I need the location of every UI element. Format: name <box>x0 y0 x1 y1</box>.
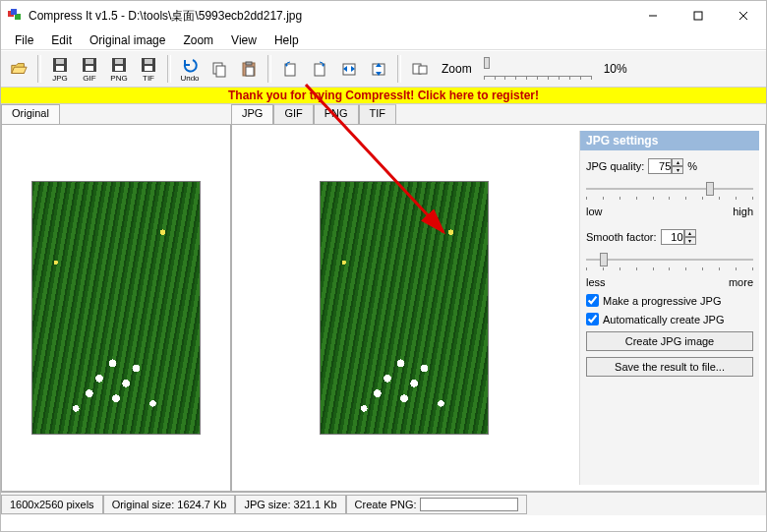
floppy-icon <box>81 56 98 74</box>
floppy-icon <box>110 56 128 74</box>
tab-png[interactable]: PNG <box>314 104 359 124</box>
smooth-spinner[interactable]: ▴▾ <box>661 229 696 245</box>
quality-slider-thumb[interactable] <box>706 182 714 196</box>
quality-unit: % <box>687 160 697 172</box>
toolbar-tif-label: TIF <box>143 75 154 83</box>
create-jpg-button[interactable]: Create JPG image <box>586 331 753 351</box>
quality-up[interactable]: ▴ <box>672 158 683 166</box>
progressive-checkbox[interactable]: Make a progressive JPG <box>586 294 753 307</box>
folder-open-icon <box>10 60 28 78</box>
quality-input[interactable] <box>648 158 672 174</box>
resize-button[interactable] <box>406 53 434 85</box>
status-dimensions: 1600x2560 pixels <box>1 495 103 514</box>
menu-file[interactable]: File <box>7 31 41 49</box>
status-bar: 1600x2560 pixels Original size: 1624.7 K… <box>1 492 766 515</box>
smooth-down[interactable]: ▾ <box>684 237 696 245</box>
tab-gif[interactable]: GIF <box>273 104 313 124</box>
svg-rect-23 <box>246 67 254 76</box>
svg-rect-17 <box>145 59 152 64</box>
menu-edit[interactable]: Edit <box>43 31 80 49</box>
copy-icon <box>210 60 228 78</box>
toolbar-gif-label: GIF <box>83 75 95 83</box>
result-pane: JPG GIF PNG TIF JPG settings JPG quality… <box>231 104 766 492</box>
tab-jpg[interactable]: JPG <box>231 104 273 124</box>
auto-create-label: Automatically create JPG <box>603 314 725 325</box>
quality-slider[interactable] <box>586 182 753 200</box>
tab-original[interactable]: Original <box>1 104 60 124</box>
progressive-checkbox-input[interactable] <box>586 294 599 307</box>
undo-button[interactable]: Undo <box>176 53 204 85</box>
menu-view[interactable]: View <box>223 31 265 49</box>
status-jpg-size: JPG size: 321.1 Kb <box>235 495 345 514</box>
app-icon <box>7 8 23 24</box>
settings-header: JPG settings <box>580 131 759 150</box>
smooth-slider-thumb[interactable] <box>600 253 608 266</box>
save-jpg-button[interactable]: JPG <box>46 53 74 85</box>
rotate-right-icon <box>311 60 328 78</box>
paste-button[interactable] <box>235 53 263 85</box>
svg-rect-22 <box>246 62 252 65</box>
auto-create-checkbox-input[interactable] <box>586 313 599 325</box>
open-button[interactable] <box>5 53 32 85</box>
svg-rect-4 <box>694 12 702 20</box>
jpg-settings-panel: JPG settings JPG quality: ▴▾ % <box>579 131 759 485</box>
quality-down[interactable]: ▾ <box>672 166 683 174</box>
rotate-left-button[interactable] <box>276 53 304 85</box>
window-title: Compress It v1.5 - D:\tools\桌面\5993ecb2d… <box>29 8 302 25</box>
maximize-button[interactable] <box>676 1 721 30</box>
svg-rect-11 <box>86 59 93 64</box>
save-tif-button[interactable]: TIF <box>135 53 162 85</box>
menu-original-image[interactable]: Original image <box>82 31 173 49</box>
svg-rect-8 <box>56 59 64 64</box>
original-pane: Original <box>1 104 231 492</box>
menu-help[interactable]: Help <box>266 31 307 49</box>
zoom-value: 10% <box>604 62 627 76</box>
svg-rect-18 <box>145 66 152 71</box>
smooth-input[interactable] <box>661 229 684 245</box>
svg-rect-15 <box>115 66 123 71</box>
quality-spinner[interactable]: ▴▾ <box>648 158 683 174</box>
smooth-up[interactable]: ▴ <box>684 229 696 237</box>
zoom-slider-thumb[interactable] <box>484 57 490 69</box>
rotate-left-icon <box>281 60 299 78</box>
quality-label: JPG quality: <box>586 160 644 172</box>
flip-horizontal-button[interactable] <box>335 53 363 85</box>
status-original-size: Original size: 1624.7 Kb <box>103 495 236 514</box>
menu-bar: File Edit Original image Zoom View Help <box>1 30 766 50</box>
toolbar-png-label: PNG <box>110 75 127 83</box>
save-png-button[interactable]: PNG <box>105 53 133 85</box>
smooth-label: Smooth factor: <box>586 231 657 243</box>
tab-tif[interactable]: TIF <box>359 104 397 124</box>
status-progress <box>420 498 518 511</box>
flip-h-icon <box>340 60 358 78</box>
flip-vertical-button[interactable] <box>365 53 392 85</box>
toolbar-undo-label: Undo <box>180 75 199 83</box>
copy-button[interactable] <box>206 53 233 85</box>
original-view <box>1 124 231 492</box>
zoom-slider[interactable] <box>484 61 592 77</box>
rotate-right-button[interactable] <box>306 53 333 85</box>
smooth-less: less <box>586 276 606 288</box>
svg-rect-14 <box>115 59 123 64</box>
svg-rect-2 <box>11 9 17 15</box>
quality-high: high <box>733 206 753 217</box>
minimize-button[interactable] <box>630 1 676 30</box>
toolbar-jpg-label: JPG <box>52 75 68 83</box>
undo-icon <box>181 56 199 74</box>
smooth-slider[interactable] <box>586 253 753 270</box>
close-button[interactable] <box>721 1 766 30</box>
content-area: Original JPG GIF PNG TIF JPG settings JP… <box>1 104 766 492</box>
save-result-button[interactable]: Save the result to file... <box>586 357 753 377</box>
svg-rect-20 <box>216 66 225 77</box>
resize-icon <box>411 60 429 78</box>
register-banner[interactable]: Thank you for trying CompressIt! Click h… <box>1 88 766 104</box>
floppy-icon <box>51 56 69 74</box>
quality-low: low <box>586 206 603 217</box>
title-bar: Compress It v1.5 - D:\tools\桌面\5993ecb2d… <box>1 1 766 30</box>
menu-zoom[interactable]: Zoom <box>175 31 221 49</box>
status-create-png-label: Create PNG: <box>355 499 417 510</box>
auto-create-checkbox[interactable]: Automatically create JPG <box>586 313 753 325</box>
svg-rect-12 <box>86 66 93 71</box>
floppy-icon <box>140 56 157 74</box>
save-gif-button[interactable]: GIF <box>76 53 103 85</box>
